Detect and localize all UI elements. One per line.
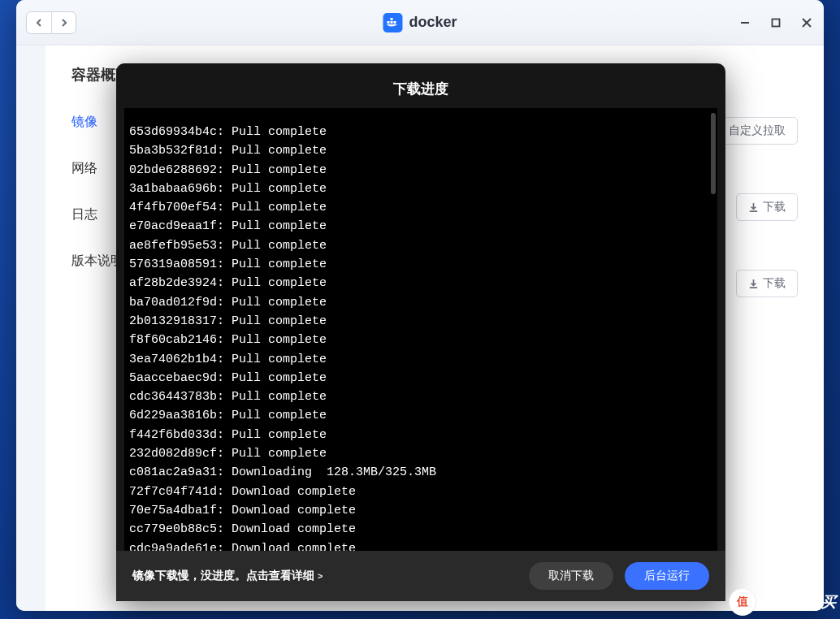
- svg-rect-5: [773, 19, 780, 26]
- svg-rect-3: [393, 21, 396, 24]
- custom-pull-label: 自定义拉取: [729, 123, 786, 138]
- back-button[interactable]: [27, 12, 51, 33]
- modal-footer: 镜像下载慢，没进度。点击查看详细 > 取消下载 后台运行: [116, 551, 725, 601]
- download-progress-modal: 下载进度 653d69934b4c: Pull complete 5ba3b53…: [116, 63, 725, 601]
- footer-hint-text: 镜像下载慢，没进度。点击查看详细: [132, 569, 314, 583]
- footer-hint-link[interactable]: 镜像下载慢，没进度。点击查看详细 >: [132, 569, 517, 583]
- right-actions: 自定义拉取 下载 下载: [717, 117, 798, 297]
- download-label: 下载: [763, 276, 786, 291]
- watermark-text: 什么值得买: [760, 592, 837, 612]
- download-button-2[interactable]: 下载: [736, 270, 798, 297]
- cancel-download-button[interactable]: 取消下载: [529, 562, 613, 590]
- forward-button[interactable]: [51, 12, 76, 33]
- docker-icon: [383, 13, 402, 32]
- minimize-button[interactable]: [736, 14, 754, 32]
- download-label: 下载: [763, 200, 786, 214]
- terminal-lines: 653d69934b4c: Pull complete 5ba3b532f81d…: [129, 123, 714, 551]
- svg-rect-0: [387, 21, 389, 24]
- window-title-group: docker: [383, 13, 457, 32]
- custom-pull-button[interactable]: 自定义拉取: [717, 117, 798, 145]
- maximize-button[interactable]: [767, 14, 785, 32]
- window-controls: [736, 14, 816, 32]
- scrollbar[interactable]: [709, 108, 717, 551]
- window-title: docker: [409, 14, 457, 31]
- titlebar: docker: [16, 0, 824, 45]
- modal-title: 下载进度: [116, 63, 725, 108]
- watermark: 值 什么值得买: [729, 588, 837, 616]
- scrollbar-thumb[interactable]: [711, 113, 716, 194]
- svg-rect-2: [390, 18, 392, 20]
- svg-rect-1: [390, 21, 392, 24]
- nav-group: [26, 11, 76, 34]
- download-button-1[interactable]: 下载: [736, 193, 798, 221]
- terminal-output[interactable]: 653d69934b4c: Pull complete 5ba3b532f81d…: [124, 108, 717, 551]
- chevron-right-icon: [60, 19, 68, 27]
- chevron-right-icon: >: [318, 571, 323, 581]
- close-button[interactable]: [798, 14, 816, 32]
- download-icon: [748, 202, 759, 213]
- download-icon: [748, 279, 759, 289]
- whale-icon: [386, 18, 399, 28]
- run-background-button[interactable]: 后台运行: [625, 562, 709, 590]
- left-rail: [16, 45, 45, 611]
- chevron-left-icon: [35, 19, 43, 27]
- watermark-badge: 值: [729, 588, 756, 616]
